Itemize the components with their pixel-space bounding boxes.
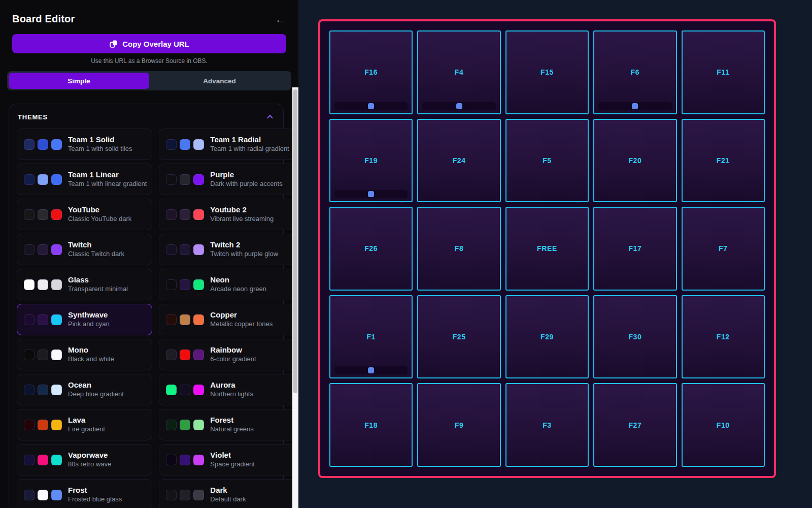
theme-swatch xyxy=(180,455,190,465)
theme-name: Twitch 2 xyxy=(210,240,278,250)
tile-marker-icon xyxy=(368,367,374,373)
theme-name: Neon xyxy=(210,275,266,285)
board-tile-f27[interactable]: F27 xyxy=(593,383,676,467)
theme-swatch xyxy=(24,455,35,465)
theme-swatches xyxy=(24,420,62,430)
board-tile-f1[interactable]: F1 xyxy=(329,295,413,379)
theme-card-neon[interactable]: NeonArcade neon green xyxy=(159,269,294,300)
board-tile-f7[interactable]: F7 xyxy=(682,207,765,291)
theme-swatch xyxy=(38,279,48,290)
board-tile-f6[interactable]: F6 xyxy=(593,30,676,114)
theme-card-violet[interactable]: VioletSpace gradient xyxy=(159,444,294,475)
theme-card-lava[interactable]: LavaFire gradient xyxy=(17,409,152,440)
theme-name: Violet xyxy=(210,451,254,460)
theme-swatch xyxy=(166,174,177,185)
theme-desc: Team 1 with linear gradient xyxy=(68,180,147,188)
tile-marker-icon xyxy=(456,103,462,109)
back-arrow-icon[interactable]: ← xyxy=(275,14,285,24)
theme-card-forest[interactable]: ForestNatural greens xyxy=(159,409,294,440)
board-tile-f21[interactable]: F21 xyxy=(682,119,765,203)
theme-text: YouTubeClassic YouTube dark xyxy=(68,205,131,224)
board-tile-free[interactable]: FREE xyxy=(505,207,589,291)
chevron-up-icon[interactable] xyxy=(265,112,275,121)
themes-header[interactable]: THEMES xyxy=(17,112,276,129)
theme-swatch xyxy=(51,420,62,430)
theme-card-team-1-solid[interactable]: Team 1 SolidTeam 1 with solid tiles xyxy=(17,129,152,160)
theme-card-ocean[interactable]: OceanDeep blue gradient xyxy=(17,374,152,405)
copy-overlay-url-button[interactable]: Copy Overlay URL xyxy=(12,34,286,53)
theme-card-aurora[interactable]: AuroraNorthern lights xyxy=(159,374,294,405)
board-tile-f26[interactable]: F26 xyxy=(329,207,413,291)
theme-swatch xyxy=(180,385,190,395)
board-tile-f12[interactable]: F12 xyxy=(682,295,765,379)
tile-label: F29 xyxy=(540,333,554,341)
tile-label: F26 xyxy=(364,244,378,252)
theme-card-frost[interactable]: FrostFrosted blue glass xyxy=(17,479,152,508)
board-tile-f11[interactable]: F11 xyxy=(682,30,765,114)
board-tile-f10[interactable]: F10 xyxy=(682,383,765,467)
tab-simple[interactable]: Simple xyxy=(9,73,149,89)
theme-swatch xyxy=(193,314,204,325)
theme-desc: Natural greens xyxy=(210,425,253,434)
theme-desc: 80s retro wave xyxy=(68,460,111,469)
theme-text: ForestNatural greens xyxy=(210,416,253,434)
theme-text: FrostFrosted blue glass xyxy=(68,486,122,504)
theme-text: LavaFire gradient xyxy=(68,416,105,434)
theme-card-synthwave[interactable]: SynthwavePink and cyan xyxy=(17,304,152,335)
theme-desc: Twitch with purple glow xyxy=(210,250,278,259)
theme-swatches xyxy=(24,350,62,360)
board-tile-f25[interactable]: F25 xyxy=(417,295,500,379)
theme-swatches xyxy=(24,174,62,185)
view-mode-tabs: Simple Advanced xyxy=(7,71,291,90)
theme-swatch xyxy=(38,174,48,185)
theme-card-mono[interactable]: MonoBlack and white xyxy=(17,339,152,370)
board-tile-f9[interactable]: F9 xyxy=(417,383,500,467)
tile-label: FREE xyxy=(537,244,557,252)
theme-swatch xyxy=(24,279,35,290)
tab-advanced[interactable]: Advanced xyxy=(149,73,290,89)
theme-swatches xyxy=(166,139,204,150)
theme-name: Copper xyxy=(210,310,273,320)
theme-swatch xyxy=(51,490,62,500)
theme-swatch xyxy=(38,490,48,500)
theme-card-youtube-2[interactable]: Youtube 2Vibrant live streaming xyxy=(159,199,294,230)
tile-label: F4 xyxy=(455,68,464,76)
board-tile-f18[interactable]: F18 xyxy=(329,383,413,467)
theme-card-glass[interactable]: GlassTransparent minimal xyxy=(17,269,152,300)
theme-swatch xyxy=(193,455,204,465)
theme-card-twitch-2[interactable]: Twitch 2Twitch with purple glow xyxy=(159,234,294,265)
board-tile-f16[interactable]: F16 xyxy=(329,30,413,114)
theme-text: Team 1 LinearTeam 1 with linear gradient xyxy=(68,170,147,188)
board-tile-f4[interactable]: F4 xyxy=(417,30,500,114)
theme-card-youtube[interactable]: YouTubeClassic YouTube dark xyxy=(17,199,152,230)
theme-card-vaporwave[interactable]: Vaporwave80s retro wave xyxy=(17,444,152,475)
board-tile-f5[interactable]: F5 xyxy=(505,119,589,203)
board-tile-f30[interactable]: F30 xyxy=(593,295,676,379)
tile-progress-bar xyxy=(334,366,408,374)
sidebar-scrollbar[interactable] xyxy=(292,87,298,508)
theme-card-team-1-linear[interactable]: Team 1 LinearTeam 1 with linear gradient xyxy=(17,164,152,195)
theme-desc: Deep blue gradient xyxy=(68,390,124,399)
board-tile-f29[interactable]: F29 xyxy=(505,295,589,379)
theme-card-purple[interactable]: PurpleDark with purple accents xyxy=(159,164,294,195)
board-tile-f15[interactable]: F15 xyxy=(505,30,589,114)
theme-swatch xyxy=(180,139,190,150)
scrollbar-thumb[interactable] xyxy=(293,89,297,393)
themes-panel: THEMES Team 1 SolidTeam 1 with solid til… xyxy=(9,104,284,508)
board-tile-f3[interactable]: F3 xyxy=(505,383,589,467)
board-tile-f8[interactable]: F8 xyxy=(417,207,500,291)
theme-card-team-1-radial[interactable]: Team 1 RadialTeam 1 with radial gradient xyxy=(159,129,294,160)
theme-card-dark[interactable]: DarkDefault dark xyxy=(159,479,294,508)
board-tile-f17[interactable]: F17 xyxy=(593,207,676,291)
tile-label: F1 xyxy=(366,333,376,341)
board-tile-f19[interactable]: F19 xyxy=(329,119,413,203)
board-tile-f20[interactable]: F20 xyxy=(593,119,676,203)
theme-name: Rainbow xyxy=(210,345,256,355)
board-tile-f24[interactable]: F24 xyxy=(417,119,500,203)
theme-card-rainbow[interactable]: Rainbow6-color gradient xyxy=(159,339,294,370)
theme-card-twitch[interactable]: TwitchClassic Twitch dark xyxy=(17,234,152,265)
theme-swatch xyxy=(166,244,177,255)
theme-card-copper[interactable]: CopperMetallic copper tones xyxy=(159,304,294,335)
theme-swatches xyxy=(24,139,62,150)
theme-desc: 6-color gradient xyxy=(210,355,256,364)
